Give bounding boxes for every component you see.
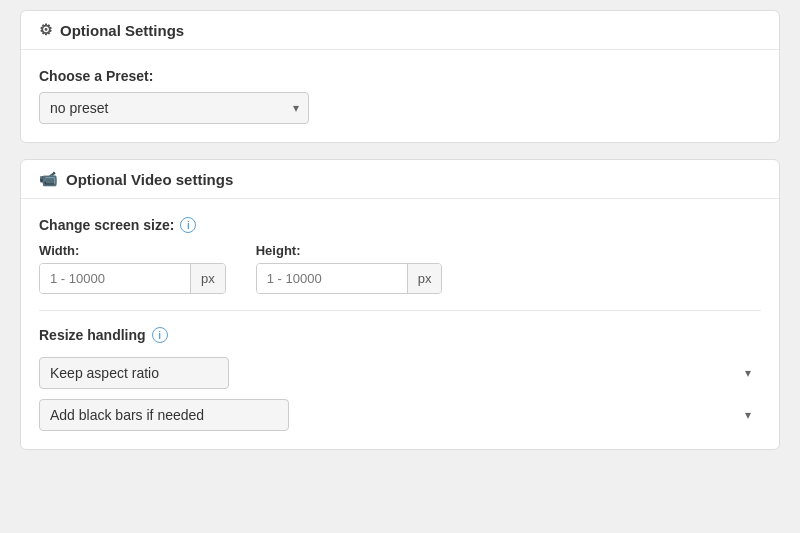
optional-video-settings-title: Optional Video settings	[66, 171, 233, 188]
width-input[interactable]	[40, 264, 190, 293]
width-unit: px	[190, 264, 225, 293]
optional-video-settings-card: 📹 Optional Video settings Change screen …	[20, 159, 780, 450]
width-input-wrapper: px	[39, 263, 226, 294]
height-group: Height: px	[256, 243, 443, 294]
gear-icon: ⚙	[39, 21, 52, 39]
width-group: Width: px	[39, 243, 226, 294]
height-input-wrapper: px	[256, 263, 443, 294]
dimension-fields: Width: px Height: px	[39, 243, 761, 294]
black-bars-select-arrow: ▾	[745, 408, 751, 422]
height-label: Height:	[256, 243, 443, 258]
optional-video-settings-header: 📹 Optional Video settings	[21, 160, 779, 199]
page-container: ⚙ Optional Settings Choose a Preset: no …	[0, 0, 800, 460]
optional-video-settings-body: Change screen size: i Width: px Height:	[21, 199, 779, 449]
black-bars-select-wrapper: Add black bars if needed Crop to fill St…	[39, 399, 761, 431]
screen-size-label: Change screen size: i	[39, 217, 761, 233]
aspect-select-arrow: ▾	[745, 366, 751, 380]
resize-section: Resize handling i Keep aspect ratio Stre…	[39, 327, 761, 431]
resize-handling-label: Resize handling i	[39, 327, 761, 343]
resize-info-icon[interactable]: i	[152, 327, 168, 343]
section-divider	[39, 310, 761, 311]
optional-settings-header: ⚙ Optional Settings	[21, 11, 779, 50]
preset-select[interactable]: no preset 720p 1080p 4K Custom	[39, 92, 309, 124]
optional-settings-body: Choose a Preset: no preset 720p 1080p 4K…	[21, 50, 779, 142]
video-camera-icon: 📹	[39, 170, 58, 188]
screen-size-info-icon[interactable]: i	[180, 217, 196, 233]
black-bars-select[interactable]: Add black bars if needed Crop to fill St…	[39, 399, 289, 431]
optional-settings-card: ⚙ Optional Settings Choose a Preset: no …	[20, 10, 780, 143]
optional-settings-title: Optional Settings	[60, 22, 184, 39]
aspect-ratio-select[interactable]: Keep aspect ratio Stretch Crop	[39, 357, 229, 389]
preset-select-wrapper: no preset 720p 1080p 4K Custom ▾	[39, 92, 309, 124]
aspect-ratio-select-wrapper: Keep aspect ratio Stretch Crop ▾	[39, 357, 761, 389]
height-unit: px	[407, 264, 442, 293]
screen-size-section: Change screen size: i Width: px Height:	[39, 217, 761, 294]
width-label: Width:	[39, 243, 226, 258]
preset-label: Choose a Preset:	[39, 68, 761, 84]
height-input[interactable]	[257, 264, 407, 293]
